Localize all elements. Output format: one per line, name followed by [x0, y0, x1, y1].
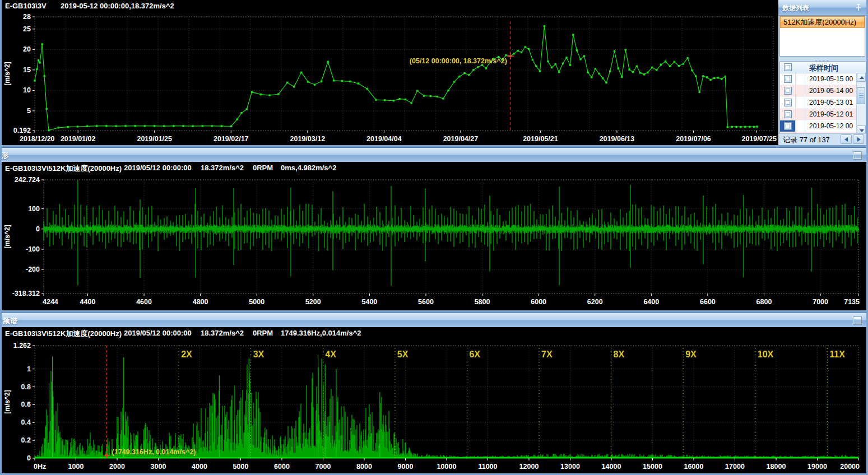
spec-xtick: 2000: [109, 463, 125, 471]
next-record-button[interactable]: [853, 134, 864, 144]
trend-data-marker: [398, 98, 400, 100]
spec-ylabel: [m/s^2]: [3, 390, 11, 413]
table-row[interactable]: 2019-05-12 01: [780, 109, 866, 120]
spec-xtick: 8000: [356, 463, 372, 471]
row-checkbox[interactable]: [784, 99, 792, 106]
previous-record-button[interactable]: [841, 134, 852, 144]
waveform-datetime: 2019/05/12 00:00:00: [124, 164, 192, 172]
trend-data-marker: [727, 126, 728, 128]
trend-data-marker: [485, 67, 487, 69]
trend-data-marker: [725, 76, 726, 77]
trend-xtick: 2019/06/13: [600, 135, 635, 143]
waveform-rpm: 0RPM: [253, 164, 273, 172]
trend-data-marker: [513, 53, 515, 54]
trend-header: E-GB103\3V 2019-05-12 00:00:00,18.372m/s…: [2, 0, 777, 12]
trend-data-marker: [477, 66, 479, 68]
spectrum-titlebar[interactable]: 频谱: [2, 313, 866, 328]
trend-panel: E-GB103\3V 2019-05-12 00:00:00,18.372m/s…: [2, 0, 777, 145]
trend-data-marker: [572, 34, 574, 35]
waveform-chart[interactable]: 242.7241000-100-200-318.3124244440046004…: [2, 174, 866, 310]
trend-header-value: 2019-05-12 00:00:00,18.372m/s^2: [61, 2, 174, 10]
trend-data-marker: [230, 125, 232, 127]
trend-xtick: 2019/04/27: [443, 135, 479, 143]
harmonic-label: 9X: [685, 350, 697, 359]
spectrum-overall-value: 18.372m/s^2: [201, 329, 244, 337]
trend-data-marker: [683, 63, 684, 64]
trend-data-marker: [595, 68, 596, 69]
spectrum-title: 频谱: [3, 316, 17, 326]
trend-data-marker: [192, 125, 193, 127]
trend-data-marker: [384, 99, 386, 101]
scroll-up-button[interactable]: [857, 73, 866, 82]
scrollbar-thumb[interactable]: [857, 87, 865, 104]
trend-data-marker: [43, 75, 45, 77]
trend-data-marker: [134, 125, 136, 127]
table-header-row[interactable]: 采样时间: [780, 62, 866, 73]
row-spacer-cell: [795, 109, 805, 120]
trend-data-marker: [643, 73, 645, 75]
row-checkbox[interactable]: [784, 87, 792, 95]
row-checkbox[interactable]: [784, 122, 792, 130]
spectrum-chart[interactable]: 1.26210.80.60.40.20[m/s^2]2X3X4X5X6X7X8X…: [2, 339, 866, 475]
trend-data-marker: [691, 69, 693, 71]
trend-ytick: 5: [27, 107, 31, 115]
trend-data-marker: [86, 125, 88, 127]
row-spacer-cell: [795, 85, 805, 96]
trend-data-marker: [562, 63, 564, 64]
table-row[interactable]: 2019-05-15 00: [780, 73, 866, 85]
trend-data-marker: [521, 52, 522, 53]
spec-xtick: 14000: [602, 463, 621, 471]
trend-data-marker: [558, 71, 560, 73]
table-row[interactable]: 2019-05-14 00: [780, 85, 866, 97]
trend-ytick: 20: [23, 45, 31, 53]
channel-item-selected[interactable]: 512K加速度(20000Hz): [780, 16, 865, 28]
restore-window-icon[interactable]: [853, 317, 861, 324]
trend-data-marker: [307, 81, 309, 82]
trend-data-marker: [579, 58, 581, 60]
trend-data-marker: [358, 82, 359, 84]
waveform-panel: 波形 E-GB103\3V\512K加速度(20000Hz) 2019/05/1…: [2, 147, 866, 310]
row-checkbox[interactable]: [784, 75, 792, 83]
trend-data-marker: [300, 72, 302, 73]
panel-separator: [0, 145, 868, 147]
trend-chart[interactable]: 282520151050.1922018/12/202019/01/022019…: [2, 12, 777, 145]
sample-time-value: 2019-05-13 01: [809, 99, 853, 106]
trend-xtick: 2019/07/25: [741, 135, 777, 143]
trend-data-marker: [539, 70, 541, 72]
spec-xtick: 5000: [233, 463, 249, 471]
sidebar-splitter[interactable]: ••••: [778, 57, 866, 61]
row-checkbox[interactable]: [784, 110, 792, 118]
trend-data-marker: [453, 81, 455, 82]
trend-ylabel: [m/s^2]: [3, 62, 11, 85]
plot-border: [44, 180, 858, 294]
harmonic-label: 11X: [829, 350, 845, 359]
waveform-info-line: E-GB103\3V\512K加速度(20000Hz) 2019/05/12 0…: [2, 162, 866, 174]
trend-data-marker: [58, 127, 59, 128]
waveform-titlebar[interactable]: 波形: [2, 147, 866, 162]
wave-xtick: 4400: [80, 298, 96, 306]
spec-xtick: 4000: [192, 463, 207, 471]
table-row[interactable]: 2019-05-12 00: [780, 120, 866, 132]
table-row[interactable]: 2019-05-13 01: [780, 97, 866, 109]
trend-xtick: 2019/02/17: [213, 135, 249, 143]
pin-icon[interactable]: [855, 3, 862, 11]
sample-time-value: 2019-05-12 01: [809, 110, 853, 118]
trend-data-marker: [314, 84, 315, 86]
wave-xtick: 5400: [361, 298, 377, 306]
spec-xtick: 1000: [68, 463, 84, 471]
trend-xtick: 2019/01/02: [61, 135, 96, 143]
table-scrollbar[interactable]: [856, 73, 866, 134]
wave-ytick: 100: [28, 205, 40, 213]
trend-data-marker: [442, 97, 444, 99]
checkbox-inner: [786, 112, 790, 117]
wave-xtick: 5600: [418, 298, 434, 306]
trend-data-marker: [713, 77, 715, 79]
spec-ytick: 0: [27, 454, 31, 462]
spectrum-cursor-readout: 1749.316Hz,0.014m/s^2: [281, 329, 361, 337]
restore-window-icon[interactable]: [853, 152, 861, 159]
spec-xtick: 19000: [807, 463, 827, 471]
trend-data-marker: [674, 61, 675, 63]
waveform-title: 波形: [2, 151, 8, 161]
select-all-checkbox[interactable]: [784, 63, 792, 71]
trend-data-marker: [665, 60, 666, 62]
